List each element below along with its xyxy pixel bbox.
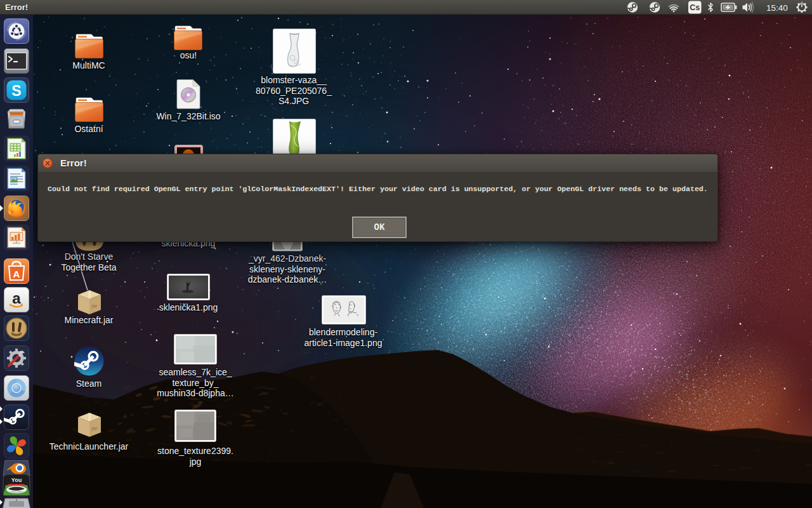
svg-text:15:40: 15:40: [766, 3, 788, 13]
svg-text:You: You: [11, 477, 22, 483]
svg-text:jar: jar: [91, 425, 98, 431]
svg-text:jar: jar: [91, 303, 98, 309]
svg-text:S: S: [11, 83, 21, 99]
svg-text:Cs: Cs: [690, 3, 700, 12]
svg-text:a: a: [12, 290, 21, 307]
svg-text:A: A: [13, 269, 20, 279]
